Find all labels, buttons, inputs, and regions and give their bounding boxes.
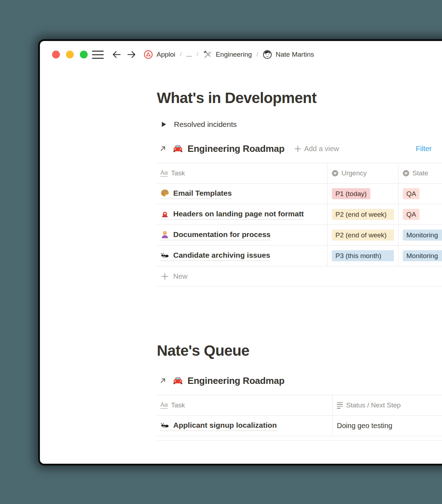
task-title: Documentation for process [173, 230, 271, 239]
column-header-status-label: Status / Next Step [346, 401, 401, 409]
database-toolbar: Engineering Roadmap Add a view Filter [157, 142, 432, 156]
state-cell[interactable]: Monitoring [398, 225, 442, 245]
state-cell[interactable]: QA [398, 184, 442, 204]
table-row: Candidate archiving issues P3 (this mont… [157, 246, 442, 266]
table-row: Applicant signup localization Doing geo … [157, 416, 442, 436]
notion-window: Apploi / ... / Engineering / [40, 41, 442, 464]
state-tag: QA [403, 209, 420, 220]
arrow-right-icon [126, 49, 137, 60]
palette-icon [160, 189, 169, 197]
forward-button[interactable] [126, 49, 137, 60]
ant-icon [160, 421, 169, 430]
ant-icon [160, 251, 169, 259]
back-button[interactable] [111, 49, 122, 60]
urgency-cell[interactable]: P2 (end of week) [327, 204, 398, 225]
roadmap-table: Aa Task Urgency State [157, 163, 442, 287]
traffic-lights [52, 51, 88, 58]
status-cell[interactable]: Doing geo testing [332, 416, 442, 436]
open-link-arrow-icon[interactable] [159, 145, 167, 153]
column-header-urgency-label: Urgency [341, 169, 367, 177]
plus-icon [161, 273, 169, 280]
partial-next-row [157, 436, 442, 441]
breadcrumb-user[interactable]: Nate Martins [263, 50, 314, 59]
title-property-icon: Aa [160, 170, 168, 177]
close-window-button[interactable] [52, 51, 60, 58]
urgency-tag: P3 (this month) [332, 250, 394, 261]
new-row-button[interactable]: New [157, 266, 442, 287]
select-property-icon [403, 170, 409, 176]
plus-icon [294, 145, 301, 152]
titlebar: Apploi / ... / Engineering / [40, 41, 442, 68]
table-row: Headers on landing page not formatt P2 (… [157, 204, 442, 225]
column-header-task[interactable]: Aa Task [157, 395, 332, 415]
hammer-wrench-icon [203, 50, 212, 59]
database-title[interactable]: Engineering Roadmap [187, 143, 284, 154]
open-link-arrow-icon[interactable] [159, 377, 167, 385]
task-cell: Headers on landing page not formatt [157, 204, 327, 225]
facepalm-icon [160, 230, 169, 239]
minimize-window-button[interactable] [66, 51, 74, 58]
toggle-label: Resolved incidents [174, 120, 237, 129]
breadcrumb-workspace[interactable]: Apploi [144, 50, 175, 59]
column-header-task[interactable]: Aa Task [157, 163, 327, 183]
urgency-tag: P2 (end of week) [332, 209, 394, 220]
apploi-logo-icon [144, 50, 153, 59]
breadcrumb-engineering-label: Engineering [216, 51, 252, 58]
zoom-window-button[interactable] [80, 51, 88, 58]
task-page-link[interactable]: Headers on landing page not formatt [160, 209, 304, 220]
database-title[interactable]: Engineering Roadmap [187, 375, 284, 386]
filter-button[interactable]: Filter [416, 145, 432, 153]
text-property-icon [337, 402, 343, 409]
add-view-button[interactable]: Add a view [294, 145, 339, 153]
column-header-urgency[interactable]: Urgency [327, 163, 398, 183]
new-row-label: New [173, 272, 187, 281]
task-page-link[interactable]: Candidate archiving issues [160, 251, 270, 261]
task-title: Applicant signup localization [173, 421, 277, 430]
task-cell: Applicant signup localization [157, 416, 332, 436]
breadcrumb-user-label: Nate Martins [276, 51, 314, 58]
state-tag: Monitoring [403, 250, 442, 261]
database-toolbar: Engineering Roadmap [157, 374, 442, 388]
task-title: Email Templates [173, 189, 232, 197]
sidebar-menu-icon[interactable] [92, 51, 104, 59]
column-header-state-label: State [412, 169, 428, 177]
police-light-icon [160, 209, 169, 218]
state-tag: Monitoring [403, 230, 442, 241]
oncoming-car-icon [173, 143, 183, 154]
page-body: What's in Development Resolved incidents… [40, 68, 442, 441]
urgency-tag: P2 (end of week) [332, 230, 394, 241]
breadcrumb-engineering[interactable]: Engineering [203, 50, 252, 59]
task-cell: Candidate archiving issues [157, 246, 327, 266]
table-row: Email Templates P1 (today) QA [157, 184, 442, 204]
breadcrumb-separator: / [257, 51, 258, 58]
table-header-row: Aa Task Status / Next Step [157, 395, 442, 416]
section-title-nates-queue: Nate's Queue [157, 342, 442, 359]
state-cell[interactable]: QA [398, 204, 442, 225]
task-page-link[interactable]: Documentation for process [160, 230, 271, 240]
title-property-icon: Aa [160, 402, 168, 409]
column-header-task-label: Task [171, 169, 185, 177]
breadcrumb-separator: / [196, 51, 198, 58]
select-property-icon [332, 170, 338, 176]
urgency-cell[interactable]: P3 (this month) [327, 246, 398, 266]
breadcrumb-workspace-label: Apploi [156, 51, 175, 58]
urgency-cell[interactable]: P2 (end of week) [327, 225, 398, 245]
breadcrumb: Apploi / ... / Engineering / [144, 50, 314, 59]
state-cell[interactable]: Monitoring [398, 246, 442, 266]
task-cell: Email Templates [157, 184, 327, 204]
page-title: What's in Development [157, 89, 442, 107]
breadcrumb-separator: / [180, 51, 182, 58]
column-header-task-label: Task [171, 401, 185, 409]
task-cell: Documentation for process [157, 225, 327, 245]
task-page-link[interactable]: Email Templates [160, 189, 232, 199]
table-header-row: Aa Task Urgency State [157, 163, 442, 184]
urgency-cell[interactable]: P1 (today) [327, 184, 398, 204]
breadcrumb-ellipsis[interactable]: ... [186, 51, 192, 58]
task-page-link[interactable]: Applicant signup localization [160, 421, 277, 431]
column-header-state[interactable]: State [398, 163, 442, 183]
resolved-incidents-toggle[interactable]: Resolved incidents [157, 119, 442, 129]
toggle-triangle-icon [162, 122, 166, 127]
arrow-left-icon [111, 49, 122, 60]
table-row: Documentation for process P2 (end of wee… [157, 225, 442, 246]
column-header-status[interactable]: Status / Next Step [332, 395, 442, 415]
